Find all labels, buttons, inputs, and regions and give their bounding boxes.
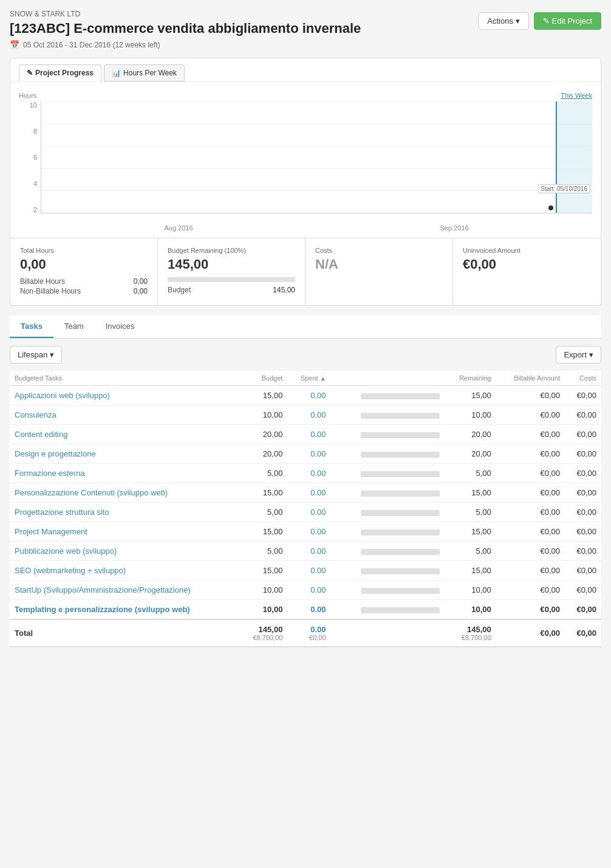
chart-area: Hours This Week 10 8 6 4 2 — [10, 82, 601, 238]
total-hours-label: Total Hours — [20, 247, 148, 254]
task-costs: €0,00 — [565, 483, 601, 503]
task-remaining: 5,00 — [445, 464, 496, 483]
task-budget: 10,00 — [239, 405, 287, 425]
task-name: Templating e personalizzazione (sviluppo… — [10, 600, 239, 620]
spent-link[interactable]: 0.00 — [310, 449, 326, 458]
task-remaining: 15,00 — [445, 522, 496, 542]
spent-link[interactable]: 0.00 — [310, 566, 326, 575]
task-bar — [331, 580, 445, 600]
total-remaining: 145,00 €8.700,00 — [445, 619, 496, 647]
task-billable: €0,00 — [496, 444, 565, 464]
spent-link[interactable]: 0.00 — [310, 430, 326, 439]
chart-tabs: ✎ Project Progress 📊 Hours Per Week — [10, 58, 601, 82]
spent-link[interactable]: 0.00 — [310, 469, 326, 478]
y-axis-label: Hours — [19, 92, 36, 99]
task-costs: €0,00 — [565, 444, 601, 464]
y-axis: 10 8 6 4 2 — [19, 102, 37, 213]
total-costs: €0,00 — [565, 619, 601, 647]
export-button[interactable]: Export ▾ — [556, 346, 601, 363]
table-row: Progettazione struttura sito 5,00 0.00 5… — [10, 503, 601, 522]
billable-hours-row: Billable Hours 0,00 — [20, 277, 148, 286]
tab-hours-per-week[interactable]: 📊 Hours Per Week — [104, 64, 185, 81]
task-bar — [331, 561, 445, 580]
task-budget: 15,00 — [239, 483, 287, 503]
export-label: Export — [564, 350, 587, 359]
progress-bar-bg — [361, 568, 440, 574]
costs-label: Costs — [315, 247, 443, 254]
progress-bar-bg — [361, 432, 440, 438]
task-name: Applicazioni web (sviluppo) — [10, 386, 239, 405]
start-label: Start: 05/10/2016 — [538, 184, 590, 193]
spent-link[interactable]: 0.00 — [310, 391, 326, 400]
grid-line-4 — [41, 168, 592, 169]
spent-link[interactable]: 0.00 — [310, 488, 326, 497]
task-bar — [331, 542, 445, 561]
tab-invoices[interactable]: Invoices — [95, 315, 146, 338]
progress-bar-bg — [361, 452, 440, 458]
tab-project-progress[interactable]: ✎ Project Progress — [19, 64, 101, 81]
table-row: Consulenza 10,00 0.00 10,00 €0,00 €0,00 — [10, 405, 601, 425]
spent-link[interactable]: 0.00 — [310, 527, 326, 536]
stat-uninvoiced: Uninvoiced Amount €0,00 — [453, 238, 601, 305]
dates-text: 05 Oct 2016 - 31 Dec 2016 (12 weeks left… — [23, 41, 160, 49]
task-budget: 15,00 — [239, 561, 287, 580]
task-billable: €0,00 — [496, 561, 565, 580]
progress-bar-bg — [361, 393, 440, 399]
budget-bar-container — [168, 277, 295, 282]
spent-link[interactable]: 0.00 — [310, 410, 326, 419]
task-budget: 20,00 — [239, 425, 287, 444]
task-budget: 10,00 — [239, 580, 287, 600]
progress-bar-bg — [361, 510, 440, 516]
tab-hours-per-week-label: Hours Per Week — [123, 69, 177, 77]
task-costs: €0,00 — [565, 386, 601, 405]
total-spent-link[interactable]: 0.00 — [310, 625, 326, 634]
chart-icon: ✎ — [27, 69, 33, 77]
tab-project-progress-label: Project Progress — [35, 69, 94, 77]
stat-costs: Costs N/A — [306, 238, 453, 305]
task-name: Formazione esterna — [10, 464, 239, 483]
chevron-down-icon: ▾ — [516, 16, 520, 26]
header: SNOW & STARK LTD [123ABC] E-commerce ven… — [10, 10, 601, 58]
spent-link[interactable]: 0.00 — [310, 508, 326, 517]
task-bar — [331, 522, 445, 542]
task-spent: 0.00 — [287, 405, 330, 425]
total-row: Total 145,00 €8.700,00 0.00 €0,00 145,00… — [10, 619, 601, 647]
task-costs: €0,00 — [565, 542, 601, 561]
tab-team[interactable]: Team — [53, 315, 95, 338]
table-row: StartUp (Sviluppo/Amministrazione/Proget… — [10, 580, 601, 600]
budget-row: Budget 145,00 — [168, 286, 295, 294]
progress-bar-bg — [361, 549, 440, 555]
task-billable: €0,00 — [496, 464, 565, 483]
task-budget: 15,00 — [239, 386, 287, 405]
task-remaining: 10,00 — [445, 580, 496, 600]
actions-button[interactable]: Actions ▾ — [478, 12, 529, 30]
task-billable: €0,00 — [496, 483, 565, 503]
task-costs: €0,00 — [565, 503, 601, 522]
data-point — [548, 205, 553, 210]
th-billable-amount: Billable Amount — [496, 371, 565, 386]
table-row: Applicazioni web (sviluppo) 15,00 0.00 1… — [10, 386, 601, 405]
chevron-down-icon-lifespan: ▾ — [50, 350, 54, 359]
task-budget: 5,00 — [239, 464, 287, 483]
tab-tasks[interactable]: Tasks — [10, 315, 53, 338]
task-costs: €0,00 — [565, 464, 601, 483]
task-spent: 0.00 — [287, 580, 330, 600]
task-remaining: 10,00 — [445, 405, 496, 425]
lifespan-button[interactable]: Lifespan ▾ — [10, 346, 62, 363]
task-remaining: 15,00 — [445, 561, 496, 580]
task-spent: 0.00 — [287, 425, 330, 444]
x-axis: Aug 2016 Sep 2016 — [41, 224, 592, 232]
budget-value: 145,00 — [168, 257, 295, 272]
spent-link[interactable]: 0.00 — [310, 605, 326, 614]
task-spent: 0.00 — [287, 483, 330, 503]
table-row: SEO (webmarketing + sviluppo) 15,00 0.00… — [10, 561, 601, 580]
task-name: Content editing — [10, 425, 239, 444]
spent-link[interactable]: 0.00 — [310, 546, 326, 556]
spent-link[interactable]: 0.00 — [310, 585, 326, 594]
task-costs: €0,00 — [565, 522, 601, 542]
task-name: Design e progettazione — [10, 444, 239, 464]
edit-project-button[interactable]: ✎ Edit Project — [534, 12, 601, 30]
task-bar — [331, 464, 445, 483]
tasks-toolbar: Lifespan ▾ Export ▾ — [10, 346, 601, 363]
progress-bar-bg — [361, 471, 440, 477]
